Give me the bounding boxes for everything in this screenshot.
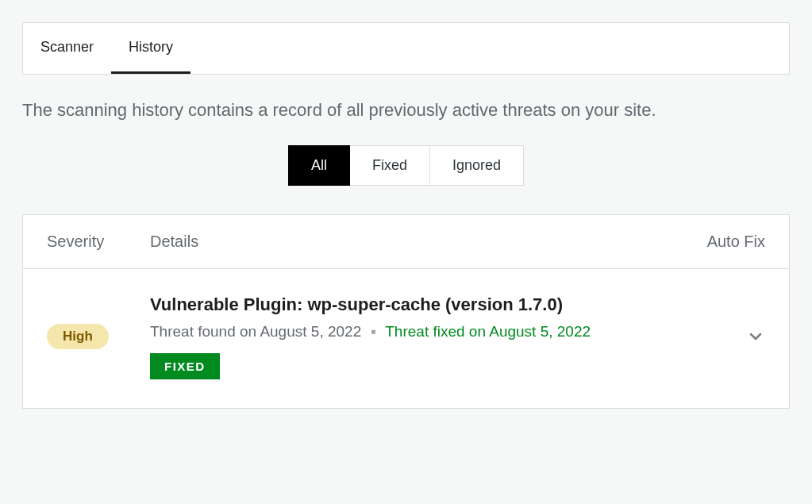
history-description: The scanning history contains a record o… bbox=[22, 98, 790, 123]
severity-badge: High bbox=[47, 324, 109, 349]
tab-history[interactable]: History bbox=[111, 23, 190, 74]
autofix-cell bbox=[654, 327, 765, 346]
threat-fixed-on: Threat fixed on August 5, 2022 bbox=[385, 323, 591, 340]
filter-group: All Fixed Ignored bbox=[22, 145, 790, 186]
column-header-details: Details bbox=[150, 233, 654, 251]
chevron-down-icon[interactable] bbox=[746, 327, 765, 346]
threat-title: Vulnerable Plugin: wp-super-cache (versi… bbox=[150, 294, 654, 315]
status-badge: FIXED bbox=[150, 353, 220, 379]
column-header-severity: Severity bbox=[47, 233, 150, 251]
threat-found-on: Threat found on August 5, 2022 bbox=[150, 323, 361, 340]
filter-fixed[interactable]: Fixed bbox=[350, 145, 430, 186]
results-card: Severity Details Auto Fix High Vulnerabl… bbox=[22, 214, 790, 409]
threat-row[interactable]: High Vulnerable Plugin: wp-super-cache (… bbox=[23, 269, 789, 408]
column-header-autofix: Auto Fix bbox=[654, 233, 765, 251]
details-cell: Vulnerable Plugin: wp-super-cache (versi… bbox=[150, 294, 654, 379]
meta-separator-icon: ■ bbox=[371, 327, 375, 336]
threat-meta: Threat found on August 5, 2022 ■ Threat … bbox=[150, 323, 654, 340]
filter-all[interactable]: All bbox=[288, 145, 350, 186]
severity-cell: High bbox=[47, 324, 150, 349]
results-header: Severity Details Auto Fix bbox=[23, 215, 789, 269]
tab-scanner[interactable]: Scanner bbox=[23, 23, 111, 74]
tab-bar: Scanner History bbox=[22, 22, 790, 75]
filter-ignored[interactable]: Ignored bbox=[430, 145, 524, 186]
